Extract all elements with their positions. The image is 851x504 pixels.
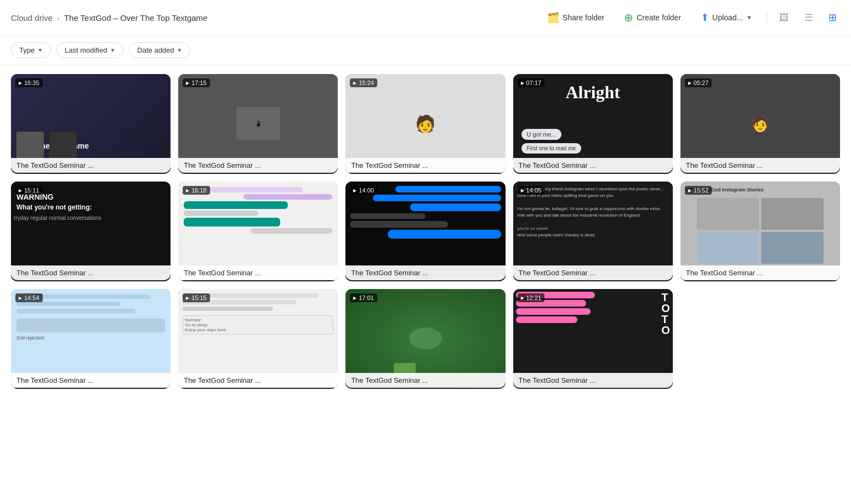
divider <box>767 12 767 24</box>
duration-badge: ▶15:15 <box>183 293 210 302</box>
date-added-filter-button[interactable]: Date added ▼ <box>129 42 190 58</box>
video-card[interactable]: ▶16:18The TextGod Seminar ... <box>178 182 338 281</box>
play-icon: ▶ <box>353 81 356 86</box>
video-title: The TextGod Seminar ... <box>11 265 171 280</box>
type-filter-button[interactable]: Type ▼ <box>11 42 51 58</box>
share-folder-label: Share folder <box>563 13 604 22</box>
video-card[interactable]: Narrator:Go to sleepEnjoy your days here… <box>178 289 338 389</box>
play-icon: ▶ <box>19 296 22 301</box>
type-filter-label: Type <box>19 46 35 54</box>
video-title: The TextGod Seminar ... <box>513 373 673 388</box>
create-icon: ⊕ <box>624 11 633 24</box>
duration-badge: ▶14:00 <box>350 186 377 195</box>
duration-text: 17:15 <box>191 80 207 86</box>
duration-text: 16:35 <box>24 80 39 86</box>
list-view-icon: ☰ <box>804 12 813 23</box>
video-grid: Over The Top Game ▶16:35The TextGod Semi… <box>0 65 851 398</box>
upload-button[interactable]: ⬆ Upload... ▼ <box>695 8 758 27</box>
duration-text: 14:05 <box>526 187 542 194</box>
duration-text: 17:01 <box>359 295 374 301</box>
play-icon: ▶ <box>186 81 189 86</box>
video-card[interactable]: TOTO ▶12:21The TextGod Seminar ... <box>513 289 673 389</box>
play-icon: ▶ <box>521 81 524 86</box>
share-icon: 🗂️ <box>547 12 559 24</box>
duration-badge: ▶07:17 <box>518 78 545 87</box>
video-card[interactable]: ▶14:00The TextGod Seminar ... <box>345 182 505 281</box>
play-icon: ▶ <box>19 188 22 193</box>
date-added-filter-label: Date added <box>137 46 174 54</box>
duration-text: 07:17 <box>526 80 542 86</box>
duration-badge: ▶17:15 <box>183 78 210 87</box>
create-folder-button[interactable]: ⊕ Create folder <box>619 8 687 27</box>
video-card[interactable]: 2nd rejection ▶14:54The TextGod Seminar … <box>11 289 171 389</box>
video-card[interactable]: OTTG TextGod Instagram Stories ▶15:52The… <box>680 182 840 281</box>
video-card[interactable]: Alright U got me... First one to read me… <box>513 74 673 174</box>
duration-badge: ▶14:05 <box>518 186 545 195</box>
duration-text: 15:15 <box>191 295 207 301</box>
play-icon: ▶ <box>521 296 524 301</box>
duration-text: 05:27 <box>694 80 709 86</box>
duration-badge: ▶16:35 <box>15 78 43 87</box>
duration-text: 14:54 <box>24 295 39 301</box>
video-title: The TextGod Seminar ... <box>513 265 673 280</box>
video-card[interactable]: I was stalking my friend Instagram when … <box>513 182 673 281</box>
video-title: The TextGod Seminar ... <box>345 265 505 280</box>
header-actions: 🗂️ Share folder ⊕ Create folder ⬆ Upload… <box>542 8 840 27</box>
last-modified-filter-label: Last modified <box>65 46 107 54</box>
video-title: The TextGod Seminar ... <box>680 265 840 280</box>
thumbnails-view-button[interactable]: 🖼 <box>776 10 792 26</box>
play-icon: ▶ <box>186 296 189 301</box>
upload-icon: ⬆ <box>701 12 709 24</box>
breadcrumb-current: The TextGod – Over The Top Textgame <box>64 13 208 22</box>
play-icon: ▶ <box>688 188 691 193</box>
grid-view-button[interactable]: ⊞ <box>825 9 840 26</box>
upload-label: Upload... <box>712 13 743 22</box>
duration-badge: ▶15:52 <box>685 186 712 195</box>
filter-bar: Type ▼ Last modified ▼ Date added ▼ <box>0 36 851 65</box>
upload-dropdown-icon: ▼ <box>746 14 752 21</box>
video-title: The TextGod Seminar ... <box>513 158 673 173</box>
play-icon: ▶ <box>353 296 356 301</box>
play-icon: ▶ <box>353 188 356 193</box>
create-folder-label: Create folder <box>637 13 681 22</box>
duration-text: 14:00 <box>359 187 374 194</box>
duration-badge: ▶14:54 <box>15 293 43 302</box>
header: Cloud drive › The TextGod – Over The Top… <box>0 0 851 36</box>
share-folder-button[interactable]: 🗂️ Share folder <box>542 8 610 27</box>
duration-badge: ▶12:21 <box>518 293 545 302</box>
breadcrumb-root[interactable]: Cloud drive <box>11 13 53 22</box>
breadcrumb-separator: › <box>57 13 60 22</box>
play-icon: ▶ <box>688 81 691 86</box>
duration-badge: ▶16:18 <box>183 186 210 195</box>
duration-text: 15:11 <box>24 187 39 194</box>
video-title: The TextGod Seminar ... <box>680 158 840 173</box>
video-title: The TextGod Seminar ... <box>178 265 338 280</box>
video-card[interactable]: 🧑 ▶15:24The TextGod Seminar ... <box>345 74 505 174</box>
breadcrumb: Cloud drive › The TextGod – Over The Top… <box>11 13 207 22</box>
play-icon: ▶ <box>19 81 22 86</box>
date-added-filter-chevron: ▼ <box>177 47 183 53</box>
video-title: The TextGod Seminar ... <box>178 373 338 388</box>
duration-badge: ▶17:01 <box>350 293 377 302</box>
duration-badge: ▶15:11 <box>15 186 43 195</box>
video-card[interactable]: WARNING What you're not getting: rryday … <box>11 182 171 281</box>
last-modified-filter-button[interactable]: Last modified ▼ <box>56 42 123 58</box>
video-title: The TextGod Seminar ... <box>178 158 338 173</box>
last-modified-filter-chevron: ▼ <box>110 47 115 53</box>
grid-view-icon: ⊞ <box>829 12 837 23</box>
duration-badge: ▶15:24 <box>350 78 377 87</box>
duration-text: 15:24 <box>359 80 374 86</box>
list-view-button[interactable]: ☰ <box>801 9 816 26</box>
video-title: The TextGod Seminar ... <box>345 373 505 388</box>
image-view-icon: 🖼 <box>779 12 789 23</box>
video-card[interactable]: ▶17:01The TextGod Seminar ... <box>345 289 505 389</box>
duration-text: 16:18 <box>191 187 207 194</box>
video-card[interactable]: 🧑 ▶05:27The TextGod Seminar ... <box>680 74 840 174</box>
video-card[interactable]: Over The Top Game ▶16:35The TextGod Semi… <box>11 74 171 174</box>
play-icon: ▶ <box>521 188 524 193</box>
play-icon: ▶ <box>186 188 189 193</box>
video-title: The TextGod Seminar ... <box>345 158 505 173</box>
duration-text: 15:52 <box>694 187 709 194</box>
video-card[interactable]: 📱 ▶17:15The TextGod Seminar ... <box>178 74 338 174</box>
duration-badge: ▶05:27 <box>685 78 712 87</box>
